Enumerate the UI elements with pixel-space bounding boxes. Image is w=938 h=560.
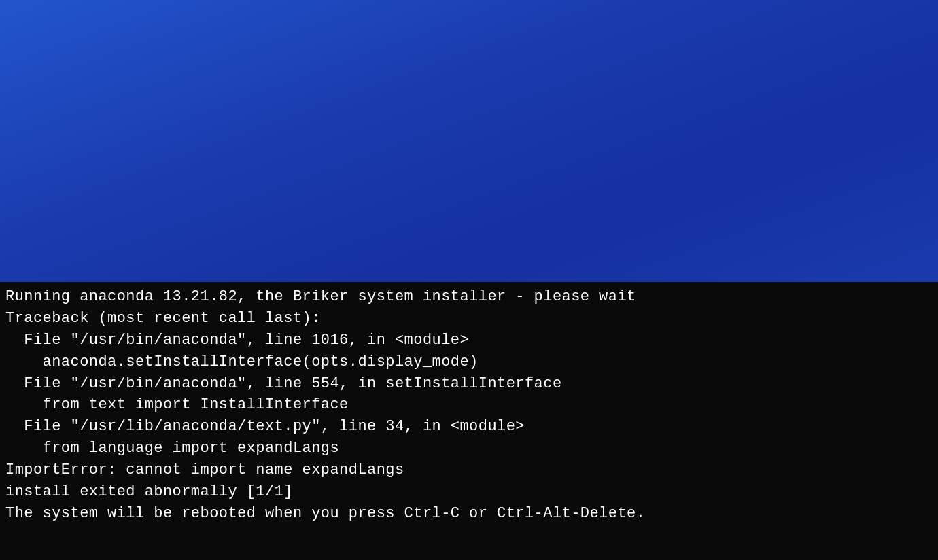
- terminal-line-9: ImportError: cannot import name expandLa…: [5, 459, 933, 481]
- blue-background-area: [0, 0, 938, 282]
- terminal-line-4: anaconda.setInstallInterface(opts.displa…: [5, 351, 933, 373]
- terminal-line-10: install exited abnormally [1/1]: [5, 481, 933, 503]
- terminal-line-5: File "/usr/bin/anaconda", line 554, in s…: [5, 373, 933, 395]
- terminal-line-7: File "/usr/lib/anaconda/text.py", line 3…: [5, 416, 933, 438]
- terminal-line-11: The system will be rebooted when you pre…: [5, 503, 933, 525]
- terminal-line-6: from text import InstallInterface: [5, 394, 933, 416]
- terminal-line-2: Traceback (most recent call last):: [5, 308, 933, 330]
- terminal-output-area: Running anaconda 13.21.82, the Briker sy…: [0, 282, 938, 560]
- terminal-line-3: File "/usr/bin/anaconda", line 1016, in …: [5, 330, 933, 351]
- terminal-line-1: Running anaconda 13.21.82, the Briker sy…: [5, 286, 933, 308]
- terminal-line-8: from language import expandLangs: [5, 438, 933, 459]
- screen: Running anaconda 13.21.82, the Briker sy…: [0, 0, 938, 560]
